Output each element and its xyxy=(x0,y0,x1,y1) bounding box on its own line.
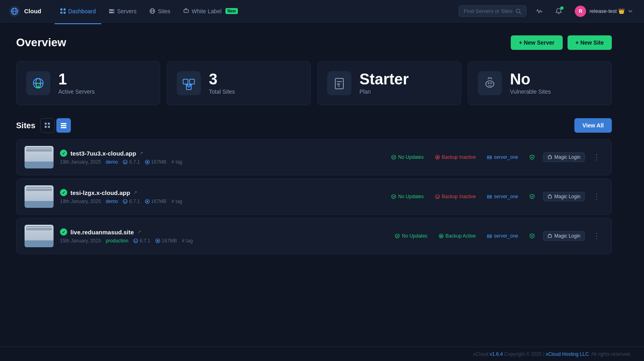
site-status-indicator xyxy=(60,189,67,196)
nav-white-label[interactable]: White Label New xyxy=(178,5,244,18)
notifications-button[interactable] xyxy=(552,5,565,18)
svg-rect-57 xyxy=(487,197,491,198)
stat-vulnerable-sites: No Vulnerable Sites xyxy=(468,61,612,105)
svg-point-54 xyxy=(392,195,396,199)
site-tag[interactable]: production xyxy=(106,238,128,244)
tag-hash: # tag xyxy=(171,199,182,204)
disk-usage: 167MB xyxy=(155,238,177,244)
sites-title: Sites xyxy=(16,121,35,130)
new-server-button[interactable]: + New Server xyxy=(511,35,562,50)
version-text: v1.6.4 xyxy=(490,351,503,357)
new-site-button[interactable]: + New Site xyxy=(568,35,612,50)
nav-items: Dashboard Servers Sites White xyxy=(54,5,459,18)
wordpress-icon: W xyxy=(123,199,128,204)
main-content: Overview + New Server + New Site 1 Activ… xyxy=(0,23,628,267)
tag-hash: # tag xyxy=(171,159,182,165)
activity-button[interactable] xyxy=(533,5,546,18)
backup-icon xyxy=(435,155,440,160)
external-link-icon[interactable]: ↗ xyxy=(133,190,137,195)
search-placeholder: Find Servers or Sites xyxy=(464,8,512,14)
disk-usage: 167MB xyxy=(145,199,167,204)
shield-icon xyxy=(529,194,535,199)
user-menu[interactable]: R release-test 👑 xyxy=(572,4,636,18)
list-view-button[interactable] xyxy=(56,118,71,133)
more-options-button[interactable]: ⋮ xyxy=(590,230,603,242)
external-link-icon[interactable]: ↗ xyxy=(139,150,143,156)
site-tag[interactable]: demo xyxy=(106,159,118,165)
user-name: release-test 👑 xyxy=(589,8,625,14)
site-badges: No Updates Backup Active server_one Magi… xyxy=(392,230,603,242)
disk-icon xyxy=(145,199,150,204)
svg-rect-3 xyxy=(60,8,62,10)
magic-login-button[interactable]: Magic Login xyxy=(543,192,585,201)
search-bar[interactable]: Find Servers or Sites xyxy=(458,5,526,17)
svg-text:W: W xyxy=(134,240,137,242)
site-name: test3-7uu3.x-cloud.app xyxy=(70,150,136,157)
sites-header: Sites xyxy=(16,118,612,133)
svg-rect-36 xyxy=(45,126,47,128)
sites-title-area: Sites xyxy=(16,118,71,133)
site-thumbnail xyxy=(25,185,54,208)
page-header: Overview + New Server + New Site xyxy=(16,35,612,50)
total-sites-label: Total Sites xyxy=(209,88,235,95)
stats-grid: 1 Active Servers 3 Total Sites xyxy=(16,61,612,105)
view-all-button[interactable]: View All xyxy=(574,118,612,133)
svg-point-45 xyxy=(392,155,396,159)
svg-rect-21 xyxy=(36,87,40,88)
plan-label: Plan xyxy=(359,88,409,95)
vulnerable-value: No xyxy=(510,72,551,87)
page-title: Overview xyxy=(16,36,66,49)
nav-servers[interactable]: Servers xyxy=(103,5,142,18)
nav-right: Find Servers or Sites R release-test 👑 xyxy=(458,4,636,18)
site-status-indicator xyxy=(60,228,67,236)
svg-rect-48 xyxy=(487,158,491,159)
magic-login-button[interactable]: Magic Login xyxy=(543,152,585,162)
wp-version: W 6.7.1 xyxy=(123,199,140,204)
svg-rect-58 xyxy=(548,195,551,198)
server-badge: server_one xyxy=(484,232,521,240)
updates-icon xyxy=(395,234,400,238)
brand-logo[interactable]: Cloud xyxy=(8,5,41,18)
nav-dashboard[interactable]: Dashboard xyxy=(54,5,102,18)
site-date: 19th January, 2025 xyxy=(60,199,101,204)
site-tag[interactable]: demo xyxy=(106,199,118,204)
svg-rect-5 xyxy=(60,12,62,14)
site-name-row: tesi-lzgx.x-cloud.app ↗ xyxy=(60,189,382,196)
activity-icon xyxy=(536,8,543,14)
svg-point-55 xyxy=(436,195,440,199)
site-name-row: test3-7uu3.x-cloud.app ↗ xyxy=(60,150,382,157)
list-icon xyxy=(61,123,66,128)
more-options-button[interactable]: ⋮ xyxy=(590,191,603,203)
site-badges: No Updates Backup Inactive server_one Ma… xyxy=(388,191,603,203)
server-badge: server_one xyxy=(484,153,521,162)
updates-badge: No Updates xyxy=(388,192,427,201)
brand-name: Cloud xyxy=(24,8,41,14)
svg-point-10 xyxy=(113,12,114,13)
server-badge: server_one xyxy=(484,192,521,201)
svg-point-63 xyxy=(395,234,399,238)
updates-icon xyxy=(391,155,396,160)
site-thumbnail xyxy=(25,146,54,168)
tag-hash: # tag xyxy=(182,238,193,244)
svg-point-33 xyxy=(490,82,492,84)
svg-rect-66 xyxy=(487,236,491,238)
svg-rect-14 xyxy=(184,10,188,12)
grid-view-button[interactable] xyxy=(40,118,55,133)
nav-sites[interactable]: Sites xyxy=(144,5,176,18)
wp-version: W 6.7.1 xyxy=(123,159,140,165)
svg-rect-6 xyxy=(64,12,66,14)
disk-icon xyxy=(145,160,150,164)
external-link-icon[interactable]: ↗ xyxy=(137,229,141,235)
site-status-indicator xyxy=(60,150,67,157)
magic-login-icon xyxy=(547,155,552,160)
more-options-button[interactable]: ⋮ xyxy=(590,151,603,163)
total-sites-icon xyxy=(177,71,201,95)
grid-icon xyxy=(45,123,50,128)
svg-text:$: $ xyxy=(338,84,340,88)
server-icon xyxy=(487,234,492,238)
wordpress-icon: W xyxy=(133,238,138,243)
magic-login-button[interactable]: Magic Login xyxy=(543,231,585,241)
site-row: live.reduanmasud.site ↗ 15th January, 20… xyxy=(16,218,612,254)
updates-badge: No Updates xyxy=(388,153,427,162)
disk-usage: 167MB xyxy=(145,159,167,165)
